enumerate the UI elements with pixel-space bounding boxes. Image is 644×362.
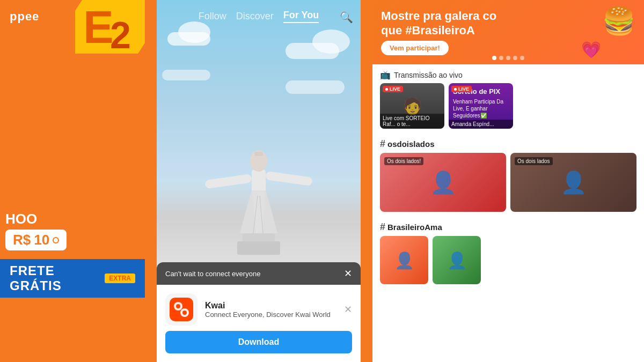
dot-2 xyxy=(499,56,503,60)
svg-text:E: E xyxy=(83,3,114,51)
live-dot-1 xyxy=(385,88,388,91)
popup-header-text: Can't wait to connect everyone xyxy=(165,270,260,278)
divider-bar-left xyxy=(145,0,157,362)
brasileiro-card-1[interactable]: 👤 xyxy=(380,236,428,284)
dot-4 xyxy=(513,56,517,60)
christ-statue-image xyxy=(200,83,318,255)
brasileiro-card-2[interactable]: 👤 xyxy=(433,236,481,284)
banner-dots xyxy=(492,56,524,60)
live-label-2: LIVE xyxy=(458,86,469,92)
hashtag-1-name: osdoislados xyxy=(387,139,435,149)
price-section: HOO R$ 10 xyxy=(5,211,140,255)
price-prefix: HO xyxy=(5,211,26,227)
svg-rect-11 xyxy=(170,298,193,321)
live-card-1[interactable]: LIVE 🧑 Live com SORTEIO Raf... o te... xyxy=(380,83,444,129)
hashtag1-videos-row: 👤 Os dois lados! 👤 Os dois lados xyxy=(372,153,644,217)
phone-mockup: Follow Discover For You 🔍 Can't wait to … xyxy=(157,0,361,362)
hashtag-brasileiroama-header: # BrasileiroAma xyxy=(372,217,644,236)
price-dot xyxy=(53,237,59,243)
nav-follow[interactable]: Follow xyxy=(199,11,226,22)
frete-text: FRETE GRÁTIS xyxy=(10,263,100,293)
live-badge-1: LIVE xyxy=(383,86,403,92)
live-card-1-title: Live com SORTEIO xyxy=(383,115,442,121)
nav-discover[interactable]: Discover xyxy=(236,11,274,22)
price-currency: R$ xyxy=(13,232,31,248)
app-install-popup: Can't wait to connect everyone ✕ xyxy=(157,262,361,362)
cloud-4 xyxy=(312,29,350,54)
video-overlay-2: Os dois lados xyxy=(515,157,553,165)
svg-rect-3 xyxy=(237,241,280,255)
popup-app-info: Kwai Connect Everyone, Discover Kwai Wor… xyxy=(205,301,331,319)
popup-body: Kwai Connect Everyone, Discover Kwai Wor… xyxy=(157,285,361,362)
yellow-badge: E 2 xyxy=(70,0,145,59)
live-card-2-user: Amanda Espínd... xyxy=(449,120,513,129)
banner-text-line1: Mostre pra galera co xyxy=(381,9,635,23)
svg-point-15 xyxy=(182,311,187,315)
live-card-1-subtitle: Raf... o te... xyxy=(383,121,442,127)
live-card-1-label: Live com SORTEIO Raf... o te... xyxy=(380,114,444,129)
divider-bar-right xyxy=(361,0,372,362)
price-tag-shape: R$ 10 xyxy=(5,230,67,250)
svg-rect-6 xyxy=(254,152,263,156)
hashtag-2-name: BrasileiroAma xyxy=(387,223,442,232)
left-ad-panel: ppee Skip ads E 2 HOO R$ 10 FRETE GRÁTIS… xyxy=(0,0,145,362)
app-name: Kwai xyxy=(205,301,331,311)
svg-point-14 xyxy=(176,304,180,308)
hashtag-osdoislados-header: # osdoislados xyxy=(372,134,644,153)
extra-badge: EXTRA xyxy=(105,274,135,283)
dot-5 xyxy=(520,56,524,60)
live-section-header: 📺 Transmissão ao vivo xyxy=(372,64,644,83)
phone-nav-bar: Follow Discover For You 🔍 xyxy=(157,0,361,28)
popup-dismiss-button[interactable]: ✕ xyxy=(344,304,352,315)
live-label-1: LIVE xyxy=(390,86,400,92)
app-description: Connect Everyone, Discover Kwai World xyxy=(205,311,331,319)
food-emoji-icon: 🍔 xyxy=(602,5,635,36)
hashtag1-video-1[interactable]: 👤 Os dois lados! xyxy=(380,153,506,212)
brasileiro-thumbnails-row: 👤 👤 xyxy=(372,236,644,290)
heart-icon: 💗 xyxy=(581,40,601,59)
frete-banner: FRETE GRÁTIS EXTRA xyxy=(0,259,145,298)
cloud-5 xyxy=(162,70,210,80)
download-button[interactable]: Download xyxy=(165,331,352,353)
svg-rect-7 xyxy=(204,174,252,189)
live-tv-icon: 📺 xyxy=(380,70,391,80)
popup-header: Can't wait to connect everyone ✕ xyxy=(157,262,361,285)
hash-symbol-2: # xyxy=(380,221,385,233)
live-section-title: Transmissão ao vivo xyxy=(394,71,463,79)
brasileiro-person-1: 👤 xyxy=(380,236,428,284)
live-card-2-subtitle: Venham Participa Da Live, E ganhar Segui… xyxy=(453,98,509,119)
dot-1 xyxy=(492,56,496,60)
right-panel: Mostre pra galera co que #BrasileiroA Ve… xyxy=(372,0,644,362)
popup-close-button[interactable]: ✕ xyxy=(344,268,352,279)
brasileiro-person-2: 👤 xyxy=(433,236,481,284)
nav-for-you[interactable]: For You xyxy=(283,10,319,23)
hash-symbol-1: # xyxy=(380,138,385,150)
dot-3 xyxy=(506,56,510,60)
banner-hashtag: que #BrasileiroA xyxy=(381,24,635,38)
svg-rect-8 xyxy=(265,171,312,186)
video-overlay-1: Os dois lados! xyxy=(384,157,423,165)
svg-text:2: 2 xyxy=(110,14,131,51)
live-badge-2: LIVE xyxy=(451,86,472,92)
popup-app-row: Kwai Connect Everyone, Discover Kwai Wor… xyxy=(165,293,352,326)
top-banner[interactable]: Mostre pra galera co que #BrasileiroA Ve… xyxy=(372,0,644,64)
banner-participate-button[interactable]: Vem participar! xyxy=(381,41,449,55)
price-value: 10 xyxy=(34,232,49,248)
shopee-logo: ppee xyxy=(10,10,39,24)
kwai-app-icon xyxy=(165,293,197,326)
live-thumbnails-row: LIVE 🧑 Live com SORTEIO Raf... o te... L… xyxy=(372,83,644,134)
live-dot-2 xyxy=(454,88,457,91)
search-icon[interactable]: 🔍 xyxy=(340,11,353,24)
hashtag1-video-2[interactable]: 👤 Os dois lados xyxy=(510,153,636,212)
live-card-2[interactable]: LIVE Sorteio de PIX Venham Participa Da … xyxy=(449,83,513,129)
